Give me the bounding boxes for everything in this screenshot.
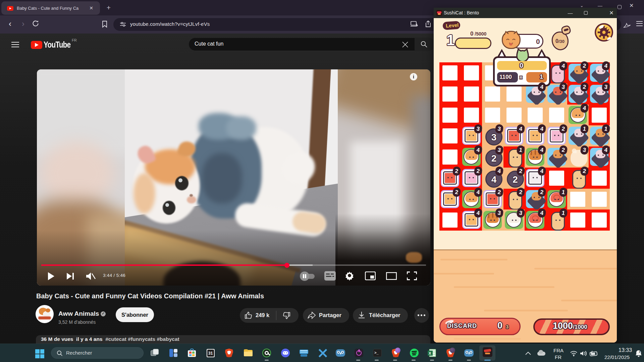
svg-text:z: z (639, 350, 641, 353)
